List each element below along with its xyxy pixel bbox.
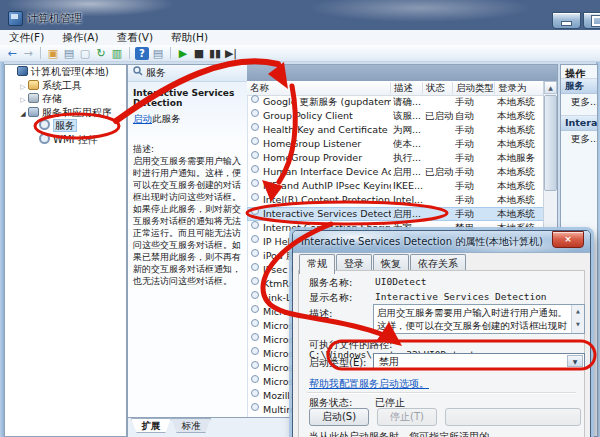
properties-dialog: Interactive Services Detection 的属性(本地计算机… <box>292 230 591 437</box>
cell-name: Human Interface Device Access <box>263 165 391 179</box>
service-row-1[interactable]: Group Policy Client该服...已启动自动本地系统 <box>247 109 544 123</box>
description-scroll-icons[interactable]: ▲▼ <box>571 305 584 333</box>
column-logon-as[interactable]: 登录为 <box>495 82 545 94</box>
cell-logon: 本地服务 <box>497 151 544 165</box>
taskpad-header: 服务 <box>128 65 247 82</box>
service-gear-icon <box>251 375 259 383</box>
cell-desc: 启用... <box>393 165 425 179</box>
sidebar-item-services-and-applications[interactable]: ◢服务和应用程序 <box>5 106 126 120</box>
sidebar-item-system-tools[interactable]: ▷系统工具 <box>5 79 126 93</box>
cell-logon: 本地系统 <box>497 165 544 179</box>
cell-desc: 请确... <box>393 95 425 109</box>
service-row-7[interactable]: Intel(R) Content Protection H...Intel...… <box>247 193 544 207</box>
cell-desc: 使本... <box>393 137 425 151</box>
back-icon[interactable]: ← <box>5 47 19 60</box>
service-row-0[interactable]: Google 更新服务 (gupdatem)请确...手动本地系统 <box>247 95 544 109</box>
service-gear-icon <box>251 333 259 341</box>
tree-item-label: 计算机管理(本地) <box>31 66 109 77</box>
service-gear-icon <box>251 361 259 369</box>
service-row-8[interactable]: Interactive Services Detection启用...手动本地系… <box>247 207 544 221</box>
column-status[interactable]: 状态 <box>423 82 453 94</box>
storage-icon <box>28 93 39 103</box>
column-name[interactable]: 名称 <box>247 82 391 94</box>
service-row-6[interactable]: IKE and AuthIP IPsec Keying ...IKEE...手动… <box>247 179 544 193</box>
cell-logon: 本地系统 <box>497 179 544 193</box>
menu-bar: 文件(F)操作(A)查看(V)帮助(H) <box>0 30 600 46</box>
help-configure-link[interactable]: 帮助我配置服务启动选项。 <box>309 377 429 391</box>
dialog-separator <box>307 392 576 394</box>
service-gear-icon <box>251 277 259 285</box>
service-row-4[interactable]: HomeGroup Provider执行...手动本地服务 <box>247 151 544 165</box>
column-description[interactable]: 描述 <box>391 82 423 94</box>
dialog-description-box[interactable]: 启用交互服务需要用户输入时进行用户通知。这样，便可以在交互服务创建的对话框出现时… <box>373 304 585 334</box>
actions-section-selected[interactable]: Interactiv <box>561 115 597 131</box>
cell-logon: 本地系统 <box>497 95 544 109</box>
cell-logon: 本地系统 <box>497 193 544 207</box>
console-window-icon[interactable]: ▤ <box>62 47 76 60</box>
column-startup-type[interactable]: 启动类型 <box>453 82 495 94</box>
export-list-icon[interactable]: ▥ <box>110 47 124 60</box>
maximize-button[interactable] <box>583 12 600 29</box>
service-gear-icon <box>251 165 259 173</box>
help-icon[interactable]: ? <box>135 47 149 60</box>
cell-desc: 启用... <box>393 207 425 221</box>
service-row-5[interactable]: Human Interface Device Access启用...已启动手动本… <box>247 165 544 179</box>
show-window-icon[interactable]: ▤ <box>151 47 165 60</box>
cell-startup: 手动 <box>455 151 495 165</box>
view-tab-1[interactable]: 标准 <box>171 418 211 433</box>
scroll-up-icon[interactable]: ▲ <box>544 81 557 94</box>
dialog-title-bar: Interactive Services Detection 的属性(本地计算机… <box>293 231 590 253</box>
chevron-down-icon[interactable]: ▼ <box>567 355 583 367</box>
export-folder-icon[interactable]: ▣ <box>46 47 60 60</box>
services-icon <box>39 119 50 130</box>
taskpad-header-label: 服务 <box>146 67 166 78</box>
service-row-3[interactable]: HomeGroup Listener使本...手动本地系统 <box>247 137 544 151</box>
service-gear-icon <box>251 109 259 117</box>
menu-item-2[interactable]: 查看(V) <box>108 30 162 45</box>
service-gear-icon <box>251 403 259 411</box>
cell-desc: 执行... <box>393 151 425 165</box>
sidebar-item-computer-management[interactable]: 计算机管理(本地) <box>5 65 126 79</box>
restart-service-icon[interactable]: ▶| <box>224 47 238 60</box>
startup-type-dropdown[interactable]: 禁用 ▼ <box>373 353 585 369</box>
scrollbar-thumb[interactable] <box>544 95 557 191</box>
dialog-footer-text: 当从此处启动服务时，您可指定所适用的 <box>309 430 489 437</box>
start-button[interactable]: 启动(S) <box>309 408 369 426</box>
service-gear-icon <box>251 123 259 131</box>
menu-item-3[interactable]: 帮助(H) <box>162 30 217 45</box>
cell-status: 已启动 <box>425 165 455 179</box>
cell-startup: 自动 <box>455 109 495 123</box>
stop-service-icon[interactable]: ■ <box>192 47 206 60</box>
more-actions-services[interactable]: 更多... <box>571 96 598 109</box>
service-gear-icon <box>251 221 259 229</box>
sidebar-item-services[interactable]: 服务 <box>5 119 126 133</box>
menu-item-1[interactable]: 操作(A) <box>53 30 107 45</box>
minimize-button[interactable] <box>552 12 581 29</box>
view-tab-0[interactable]: 扩展 <box>131 418 171 433</box>
cell-startup: 手动 <box>455 137 495 151</box>
sidebar-item-wmi-control[interactable]: WMI 控件 <box>5 133 126 147</box>
more-actions-selected[interactable]: 更多... <box>571 133 598 146</box>
dialog-tab-0[interactable]: 常规 <box>299 254 335 274</box>
tree-item-label: WMI 控件 <box>53 134 98 145</box>
start-service-icon[interactable]: ▶ <box>176 47 190 60</box>
startup-type-value: 禁用 <box>379 355 399 369</box>
tree-item-label: 服务 <box>53 119 77 132</box>
tree-item-label: 服务和应用程序 <box>42 107 112 118</box>
cell-name: Google 更新服务 (gupdatem) <box>263 95 391 109</box>
stop-button[interactable]: 停止(T) <box>377 408 437 426</box>
service-row-2[interactable]: Health Key and Certificate M...为网...手动本地… <box>247 123 544 137</box>
menu-item-0[interactable]: 文件(F) <box>0 30 53 45</box>
cell-startup: 手动 <box>455 179 495 193</box>
actions-section-services[interactable]: 服务 <box>561 78 597 94</box>
cell-name: Group Policy Client <box>263 109 391 123</box>
service-gear-icon <box>251 305 259 313</box>
forward-icon[interactable]: → <box>21 47 35 60</box>
service-gear-icon <box>251 235 259 243</box>
properties-doc-icon[interactable]: ▢ <box>78 47 92 60</box>
pause-service-icon[interactable]: ▮▮ <box>208 47 222 60</box>
refresh-icon[interactable]: ↻ <box>94 47 108 60</box>
sidebar-item-storage[interactable]: ▷存储 <box>5 92 126 106</box>
start-service-link[interactable]: 启动 <box>133 113 152 124</box>
close-icon[interactable]: × <box>552 231 584 248</box>
